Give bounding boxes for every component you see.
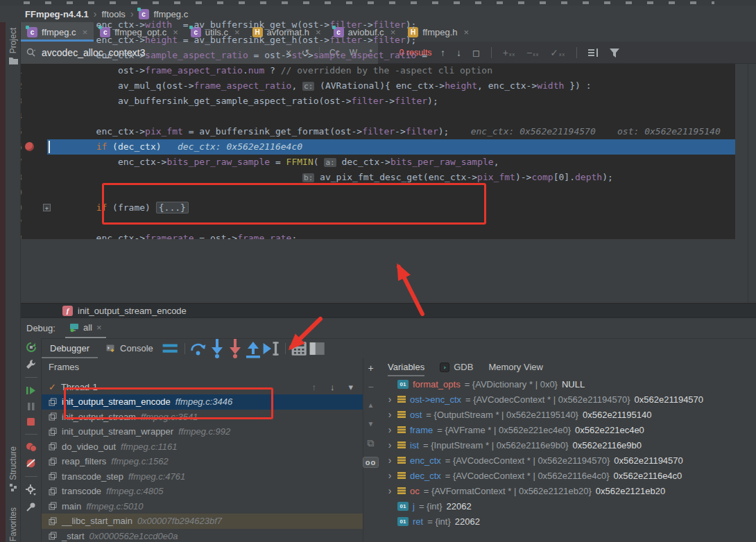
code-line[interactable]: 3448 b: av_pix_fmt_desc_get(enc_ctx->pix… (0, 170, 735, 185)
gutter[interactable] (22, 231, 47, 239)
expand-chevron-icon[interactable]: › (386, 455, 393, 466)
gutter[interactable] (22, 109, 47, 124)
step-into-icon[interactable] (208, 339, 226, 358)
stack-frame-row[interactable]: init_output_stream_wrapperffmpeg.c:992 (42, 424, 363, 439)
stack-frame-row[interactable]: do_video_outffmpeg.c:1161 (42, 439, 363, 455)
gutter[interactable] (22, 2, 47, 17)
frame-up-icon[interactable]: ↑ (311, 382, 316, 392)
variable-row[interactable]: ›enc_ctx = {AVCodecContext * | 0x562e211… (378, 453, 756, 468)
variable-row[interactable]: 01format_opts = {AVDictionary * | 0x0} N… (378, 376, 756, 392)
pause-icon[interactable] (26, 402, 35, 411)
code-line[interactable]: 3442 av_mul_q(ost->frame_aspect_ratio, c… (0, 78, 735, 94)
code-line[interactable]: 3458 enc_ctx->framerate = ost->frame_rat… (0, 231, 735, 239)
sidebar-item-project[interactable]: Project (6, 28, 21, 64)
rerun-icon[interactable] (26, 342, 37, 353)
code-line[interactable]: 3449 (0, 185, 735, 200)
close-session-icon[interactable]: × (96, 322, 102, 333)
layout-settings-icon[interactable] (309, 339, 327, 358)
gutter[interactable] (22, 216, 47, 231)
variable-row[interactable]: ›ost->enc_ctx = {AVCodecContext * | 0x56… (378, 392, 756, 407)
tab-memory-view[interactable]: Memory View (488, 358, 543, 376)
thread-selector[interactable]: ✓ Thread-1 ↑ ↓ ▾ (42, 379, 363, 394)
code-line[interactable]: 3446 if (dec_ctx) dec_ctx: 0x562e2116e4c… (0, 139, 735, 155)
move-up-icon[interactable]: ▲ (368, 401, 375, 410)
stack-frame-row[interactable]: mainffmpeg.c:5010 (42, 499, 363, 514)
run-to-cursor-icon[interactable] (262, 339, 280, 358)
stack-frame-row[interactable]: _start0x0000562e1ccd0e0a (42, 529, 363, 542)
stack-frame-row[interactable]: init_output_streamffmpeg.c:3541 (42, 410, 363, 425)
sticky-function-name[interactable]: init_output_stream_encode (78, 306, 187, 316)
breakpoint-icon[interactable] (25, 142, 34, 151)
code-line[interactable]: 3441 ost->frame_aspect_ratio.num ? // ov… (0, 63, 735, 78)
tab-variables[interactable]: Variables (388, 358, 424, 376)
code-line[interactable]: 3450+ if (frame) {...} (0, 200, 735, 216)
remove-watch-icon[interactable]: − (368, 382, 373, 392)
code-editor[interactable]: 34373438 enc_ctx->width = av_buffersink_… (0, 0, 735, 239)
view-breakpoints-icon[interactable] (26, 442, 37, 452)
frame-down-icon[interactable]: ↓ (330, 382, 335, 392)
gutter[interactable] (22, 185, 47, 200)
code-line[interactable]: 3457 (0, 216, 735, 231)
code-line[interactable]: 3443 av_buffersink_get_sample_aspect_rat… (0, 94, 735, 109)
gutter[interactable] (22, 94, 47, 109)
gutter[interactable] (22, 155, 47, 170)
mute-breakpoints-icon[interactable] (26, 458, 36, 469)
variable-row[interactable]: ›ist = {InputStream * | 0x562e2116e9b0} … (378, 437, 756, 453)
code-line[interactable]: 3447 enc_ctx->bits_per_raw_sample = FFMI… (0, 155, 735, 170)
code-line[interactable]: 3445 enc_ctx->pix_fmt = av_buffersink_ge… (0, 124, 735, 139)
show-watches-icon[interactable]: oo (363, 457, 379, 468)
expand-chevron-icon[interactable]: › (386, 409, 393, 420)
tab-debugger[interactable]: Debugger (42, 339, 98, 358)
evaluate-expression-icon[interactable] (291, 339, 309, 358)
sidebar-item-favorites[interactable]: Favorites (6, 507, 21, 541)
expand-chevron-icon[interactable]: › (386, 439, 393, 451)
tab-gdb[interactable]: ›GDB (440, 358, 473, 376)
move-down-icon[interactable]: ▼ (368, 419, 375, 429)
stop-icon[interactable] (26, 417, 35, 426)
gutter[interactable] (22, 48, 47, 63)
code-line[interactable]: 3444 (0, 109, 735, 124)
gutter[interactable] (22, 139, 47, 155)
variable-row[interactable]: 01j = {int} 22062 (378, 498, 756, 514)
stack-frame-row[interactable]: transcode_stepffmpeg.c:4761 (42, 469, 363, 484)
expand-chevron-icon[interactable]: › (386, 394, 393, 405)
code-line[interactable]: 3440 enc_ctx->sample_aspect_ratio = ost-… (0, 48, 735, 63)
gutter[interactable] (22, 17, 47, 33)
step-over-icon[interactable] (190, 339, 208, 358)
settings-gear-icon[interactable] (26, 484, 37, 496)
variable-row[interactable]: ›oc = {AVFormatContext * | 0x562e2121eb2… (378, 483, 756, 498)
gutter[interactable] (22, 33, 47, 48)
stack-frame-row[interactable]: __libc_start_main0x00007fb294623bf7 (42, 514, 363, 529)
pin-icon[interactable] (26, 502, 36, 512)
gutter[interactable] (22, 170, 47, 185)
add-watch-icon[interactable]: + (368, 363, 373, 373)
variable-row[interactable]: ›ost = {OutputStream * | 0x562e21195140}… (378, 407, 756, 422)
sidebar-item-structure[interactable]: Structure (6, 446, 21, 491)
code-line[interactable]: 3439 enc_ctx->height = av_buffersink_get… (0, 33, 735, 48)
force-step-into-icon[interactable] (226, 339, 244, 358)
gutter[interactable]: + (22, 200, 47, 216)
stack-frame-row[interactable]: transcodeffmpeg.c:4805 (42, 484, 363, 499)
stack-frame-row[interactable]: init_output_stream_encodeffmpeg.c:3446 (42, 394, 363, 410)
debug-session-tab[interactable]: all × (65, 319, 106, 338)
code-line[interactable]: 3438 enc_ctx->width = av_buffersink_get_… (0, 17, 735, 33)
variable-row[interactable]: 01ret = {int} 22062 (378, 514, 756, 529)
gutter[interactable] (22, 63, 47, 78)
variable-row[interactable]: ›dec_ctx = {AVCodecContext * | 0x562e211… (378, 468, 756, 483)
stack-frame-row[interactable]: reap_filtersffmpeg.c:1562 (42, 454, 363, 469)
threads-view-icon[interactable] (162, 339, 180, 358)
step-out-icon[interactable] (244, 339, 262, 358)
gutter[interactable] (22, 78, 47, 94)
variable-row[interactable]: ›frame = {AVFrame * | 0x562e221ec4e0} 0x… (378, 422, 756, 437)
wrench-icon[interactable] (26, 359, 36, 369)
duplicate-watch-icon[interactable]: ⧉ (368, 438, 375, 448)
expand-chevron-icon[interactable]: › (386, 424, 393, 435)
tab-console[interactable]: Console (98, 339, 162, 358)
code-line[interactable]: 3437 (0, 2, 735, 17)
gutter[interactable] (22, 124, 47, 139)
editor-scrollbar[interactable] (748, 64, 756, 303)
expand-chevron-icon[interactable]: › (386, 485, 393, 496)
expand-chevron-icon[interactable]: › (386, 470, 393, 481)
resume-icon[interactable] (26, 385, 36, 396)
thread-dropdown-icon[interactable]: ▾ (348, 382, 353, 392)
